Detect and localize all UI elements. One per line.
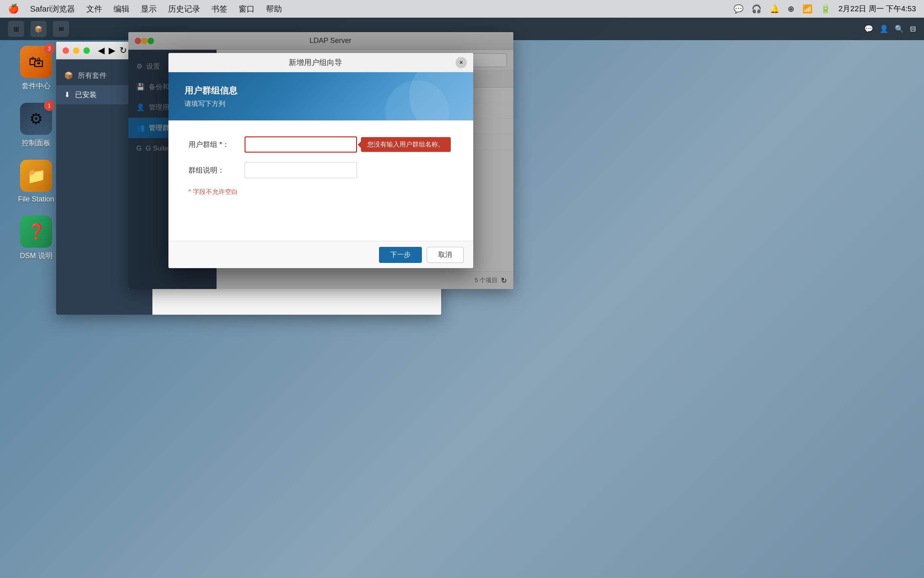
clock: 2月22日 周一 下午4:53 xyxy=(839,4,916,14)
wizard-next-btn[interactable]: 下一步 xyxy=(379,247,422,263)
dsm-icon1[interactable]: 📦 xyxy=(30,21,47,37)
wechat-icon: 💬 xyxy=(734,4,744,14)
wifi-icon: 📶 xyxy=(802,4,813,14)
control-panel-label: 控制面板 xyxy=(22,138,51,148)
dsm-user-icon: 👤 xyxy=(879,24,888,33)
wizard-header-subtitle: 请填写下方列 xyxy=(184,99,457,108)
group-name-label: 用户群组 *： xyxy=(188,140,245,149)
pkg-forward-btn[interactable]: ▶ xyxy=(109,45,116,56)
dsm-search-icon: 🔍 xyxy=(895,24,904,33)
pkg-badge: 3 xyxy=(44,43,55,54)
wizard-title: 新增用户组向导 xyxy=(175,57,456,68)
menu-help[interactable]: 帮助 xyxy=(266,4,282,14)
control-center-icon: ⊕ xyxy=(788,4,794,14)
group-name-input[interactable] xyxy=(245,136,357,153)
dsm-help-icon[interactable]: ❓ DSM 说明 xyxy=(12,216,60,261)
ldap-window: LDAP Server ⚙ 设置 💾 备份和还原 👤 管理用户 👥 管理群 xyxy=(128,32,513,289)
battery-icon: 🔋 xyxy=(821,4,831,14)
pkg-icon: 📦 xyxy=(64,71,73,80)
menu-history[interactable]: 历史记录 xyxy=(168,4,200,14)
wizard-header-title: 用户群组信息 xyxy=(184,85,457,97)
group-desc-row: 群组说明： xyxy=(188,162,453,178)
notification-icon: 🔔 xyxy=(770,4,780,14)
dsm-icon2[interactable]: ✉ xyxy=(53,21,69,37)
menu-bookmarks[interactable]: 书签 xyxy=(211,4,227,14)
dsm-options-icon: ⊟ xyxy=(910,24,916,33)
pkg-center-label: 套件中心 xyxy=(22,81,51,91)
pkg-center-desktop-icon[interactable]: 🛍 3 套件中心 xyxy=(12,46,60,91)
menu-view[interactable]: 显示 xyxy=(141,4,157,14)
menu-safari[interactable]: Safari浏览器 xyxy=(30,4,75,14)
menubar-right: 💬 🎧 🔔 ⊕ 📶 🔋 2月22日 周一 下午4:53 xyxy=(734,4,916,14)
pkg-center-min[interactable] xyxy=(73,47,79,54)
dsm-apps-icon[interactable]: ⊞ xyxy=(8,21,24,37)
filestation-label: File Station xyxy=(18,195,54,204)
menu-edit[interactable]: 编辑 xyxy=(113,4,130,14)
pkg-installed-icon: ⬇ xyxy=(64,90,70,99)
pkg-center-max[interactable] xyxy=(83,47,90,54)
wizard-body: 用户群组 *： 您没有输入用户群组名称。 群组说明： * 字段不允许空白 xyxy=(168,120,473,241)
wizard-footer: 下一步 取消 xyxy=(168,241,473,268)
control-badge: 1 xyxy=(44,100,55,111)
required-note: * 字段不允许空白 xyxy=(188,188,453,196)
menu-window[interactable]: 窗口 xyxy=(239,4,255,14)
menubar: 🍎 Safari浏览器 文件 编辑 显示 历史记录 书签 窗口 帮助 💬 🎧 🔔… xyxy=(0,0,924,18)
pkg-center-close[interactable] xyxy=(63,47,69,54)
wizard-modal: 新增用户组向导 × 用户群组信息 请填写下方列 用户群组 *： 您没有输入用户群… xyxy=(168,53,473,268)
menu-file[interactable]: 文件 xyxy=(86,4,102,14)
control-panel-icon[interactable]: ⚙ 1 控制面板 xyxy=(12,103,60,148)
headphone-icon: 🎧 xyxy=(752,4,762,14)
dsm-taskbar-right: 💬 👤 🔍 ⊟ xyxy=(864,24,916,33)
error-tooltip: 您没有输入用户群组名称。 xyxy=(361,137,451,152)
filestation-icon[interactable]: 📁 File Station xyxy=(12,160,60,204)
wizard-titlebar: 新增用户组向导 × xyxy=(168,53,473,72)
desktop: ⊞ 📦 ✉ 💬 👤 🔍 ⊟ 🛍 3 套件中心 ⚙ 1 控制面板 xyxy=(0,18,924,578)
group-name-row: 用户群组 *： 您没有输入用户群组名称。 xyxy=(188,136,453,153)
apple-menu[interactable]: 🍎 xyxy=(8,4,19,14)
wizard-cancel-btn[interactable]: 取消 xyxy=(427,247,464,263)
dsm-chat-icon: 💬 xyxy=(864,24,873,33)
pkg-refresh-btn[interactable]: ↻ xyxy=(120,45,127,56)
wizard-header: 用户群组信息 请填写下方列 xyxy=(168,72,473,120)
group-desc-input[interactable] xyxy=(245,162,357,178)
wizard-close-btn[interactable]: × xyxy=(456,57,467,68)
wizard-overlay: 新增用户组向导 × 用户群组信息 请填写下方列 用户群组 *： 您没有输入用户群… xyxy=(128,32,513,289)
dsm-help-label: DSM 说明 xyxy=(20,251,53,261)
pkg-back-btn[interactable]: ◀ xyxy=(98,45,105,56)
group-desc-label: 群组说明： xyxy=(188,165,245,175)
